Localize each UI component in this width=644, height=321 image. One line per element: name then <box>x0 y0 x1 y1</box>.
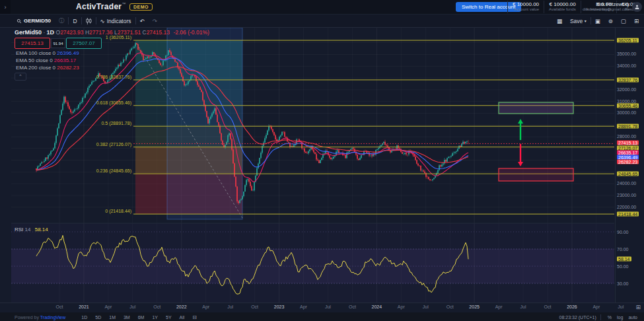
ohlc-open: 27423.93 <box>60 29 83 36</box>
price-axis-highlight-label: 27415.13 <box>617 141 639 145</box>
time-axis-label: Oct <box>56 304 63 309</box>
time-axis-label: 2025 <box>469 304 480 309</box>
time-axis-label: Oct <box>153 304 161 309</box>
buy-button[interactable]: 27507.07 <box>66 38 102 49</box>
legend-timeframe: 1D <box>47 29 55 36</box>
spread-value: 91.94 <box>51 38 65 48</box>
fib-level-label: 0.236 (24845.65) <box>96 168 131 174</box>
fib-level-label: 0.5 (28891.78) <box>101 121 131 126</box>
time-axis-label: Apr <box>495 304 503 309</box>
indicator-value: 26396.49 <box>57 50 79 56</box>
price-axis-highlight-label: 26282.23 <box>617 160 639 164</box>
price-axis-highlight-label: 27126.07 <box>617 146 639 151</box>
price-axis-label: 30000.00 <box>617 110 636 115</box>
price-axis-highlight-label: 30655.46 <box>617 104 639 108</box>
symbol-legend-row[interactable]: GerMid50 · 1D O27423.93 H27717.36 L27371… <box>15 28 209 36</box>
price-axis-highlight-label: 28891.78 <box>617 124 639 129</box>
calendar-icon[interactable]: ⊞ <box>635 304 641 310</box>
time-axis-label: Jul <box>618 304 624 309</box>
time-axis-label: Apr <box>104 304 112 309</box>
time-axis-label: Oct <box>447 304 454 309</box>
legend-collapse-button[interactable]: ⌃ <box>15 73 26 81</box>
price-axis-label: 35000.00 <box>617 52 636 56</box>
time-axis-label: Jul <box>423 304 429 309</box>
time-axis-label: 2026 <box>567 304 577 309</box>
price-axis-highlight-label: 26396.49 <box>617 155 639 160</box>
indicator-value: 26635.17 <box>54 57 76 63</box>
time-axis-label: Jul <box>520 304 526 309</box>
price-axis-label: 28000.00 <box>617 134 636 139</box>
indicator-name: EMA 50 close 0 <box>16 57 53 63</box>
price-axis-label: 34000.00 <box>617 63 636 68</box>
ohlc-low: 27371.51 <box>118 29 141 36</box>
indicator-row[interactable]: EMA 200 close 0 26282.23 <box>15 65 81 71</box>
time-axis[interactable]: ⊞ Oct2021AprJulOct2022AprJulOct2023AprJu… <box>0 303 644 312</box>
time-axis-label: Jul <box>227 304 233 309</box>
indicator-legend: EMA 100 close 0 26396.49EMA 50 close 0 2… <box>15 50 209 71</box>
price-axis-label: 31000.00 <box>617 99 636 104</box>
trading-platform-window: 1 (36205.11)0.786 (32837.76)0.618 (30655… <box>0 0 644 321</box>
fib-level-label: 0.382 (27126.07) <box>96 142 131 147</box>
price-axis-highlight-label: 32837.76 <box>617 78 639 83</box>
fib-level-label: 0 (21418.44) <box>105 209 131 214</box>
time-axis-label: 2022 <box>176 304 187 309</box>
price-axis-label: 24000.00 <box>617 181 636 186</box>
indicator-row[interactable]: EMA 50 close 0 26635.17 <box>15 57 77 63</box>
indicator-name: EMA 100 close 0 <box>16 50 55 56</box>
price-axis-highlight-label: 21418.44 <box>617 212 639 217</box>
price-axis-label: 90.00 <box>617 230 629 234</box>
indicator-value: 26282.23 <box>57 65 79 71</box>
time-axis-label: Apr <box>202 304 209 309</box>
time-axis-label: Apr <box>398 304 405 309</box>
rsi-name: RSI <box>15 227 23 232</box>
time-axis-label: 2023 <box>274 304 285 309</box>
time-axis-label: Jul <box>129 304 135 309</box>
fib-level-label: 0.618 (30655.46) <box>96 100 131 106</box>
price-axis-label: 32000.00 <box>617 87 636 92</box>
ohlc-close: 27415.13 <box>147 29 170 36</box>
price-axis-label: 50.00 <box>617 264 629 269</box>
time-axis-label: Oct <box>349 304 356 309</box>
price-axis-highlight-label: 26635.17 <box>617 151 639 155</box>
target-box-upper[interactable] <box>499 102 573 114</box>
price-axis-label: 23000.00 <box>617 193 636 197</box>
time-axis-label: Apr <box>592 304 600 309</box>
price-axis-highlight-label: 58.14 <box>617 257 631 262</box>
time-axis-label: Oct <box>544 304 552 309</box>
rsi-legend[interactable]: RSI 14 58.14 <box>15 227 48 232</box>
price-axis[interactable]: 35000.0034000.0032000.0031000.0030000.00… <box>615 28 644 303</box>
price-axis-highlight-label: 24845.65 <box>617 172 639 176</box>
time-axis-label: Oct <box>251 304 258 309</box>
time-axis-label: Jul <box>325 304 331 309</box>
time-axis-label: 2024 <box>372 304 382 309</box>
time-axis-label: Apr <box>300 304 307 309</box>
target-box-lower[interactable] <box>499 168 573 181</box>
rsi-value: 58.14 <box>35 227 48 232</box>
price-axis-label: 70.00 <box>617 247 629 252</box>
price-axis-label: 30.00 <box>617 281 629 286</box>
price-axis-label: 22000.00 <box>617 205 636 209</box>
price-axis-highlight-label: 36205.11 <box>617 38 639 43</box>
legend-symbol: GerMid50 <box>15 29 42 36</box>
time-axis-label: 2021 <box>79 304 89 309</box>
indicator-name: EMA 200 close 0 <box>16 65 55 71</box>
chart-legend: GerMid50 · 1D O27423.93 H27717.36 L27371… <box>15 28 209 81</box>
ohlc-change: -2.06 (-0.01%) <box>173 29 209 36</box>
order-buttons: 27415.13 91.94 27507.07 <box>15 38 209 49</box>
ohlc-high: 27717.36 <box>89 29 112 36</box>
indicator-row[interactable]: EMA 100 close 0 26396.49 <box>15 50 81 56</box>
sell-button[interactable]: 27415.13 <box>15 38 50 49</box>
